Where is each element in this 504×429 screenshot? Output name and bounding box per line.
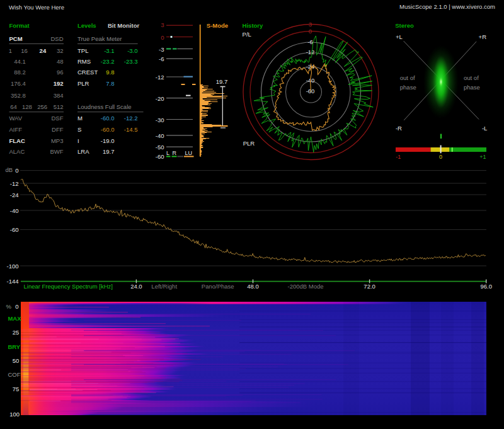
svg-text:192: 192 <box>54 80 64 87</box>
svg-text:DFF: DFF <box>52 126 64 133</box>
svg-text:75: 75 <box>13 386 20 392</box>
svg-text:25: 25 <box>13 329 20 336</box>
svg-text:1: 1 <box>9 47 12 54</box>
svg-text:PCM: PCM <box>9 35 23 42</box>
svg-text:-60: -60 <box>156 153 164 160</box>
svg-text:-144: -144 <box>6 278 18 285</box>
svg-text:0: 0 <box>15 303 18 310</box>
svg-text:phase: phase <box>400 84 416 91</box>
svg-text:44.1: 44.1 <box>14 58 26 65</box>
svg-text:3: 3 <box>309 21 312 28</box>
svg-text:72.0: 72.0 <box>364 283 375 290</box>
svg-text:48.0: 48.0 <box>247 283 259 290</box>
svg-text:-23.3: -23.3 <box>124 58 138 65</box>
svg-text:64: 64 <box>10 103 17 110</box>
svg-text:-12: -12 <box>306 49 315 55</box>
svg-text:DSD: DSD <box>50 35 63 42</box>
svg-text:-20: -20 <box>156 95 164 102</box>
svg-text:-60: -60 <box>10 226 19 233</box>
svg-text:Format: Format <box>9 22 30 29</box>
svg-text:16: 16 <box>21 47 28 54</box>
svg-text:DSF: DSF <box>52 115 64 122</box>
svg-text:19.7: 19.7 <box>103 148 115 155</box>
svg-text:dB: dB <box>5 166 13 173</box>
svg-text:R: R <box>173 150 177 156</box>
svg-text:-60.0: -60.0 <box>101 126 115 133</box>
svg-text:+R: +R <box>479 33 487 40</box>
svg-text:LRA: LRA <box>77 148 89 155</box>
svg-text:-200dB Mode: -200dB Mode <box>287 283 323 290</box>
svg-text:Pano/Phase: Pano/Phase <box>202 283 234 290</box>
svg-text:BRY: BRY <box>8 343 20 350</box>
svg-text:ALAC: ALAC <box>9 148 25 155</box>
svg-text:352.8: 352.8 <box>11 92 26 99</box>
svg-text:COF: COF <box>8 371 20 378</box>
svg-text:FLAC: FLAC <box>9 137 25 144</box>
svg-text:-30: -30 <box>156 117 164 123</box>
svg-text:True Peak Meter: True Peak Meter <box>77 35 122 42</box>
svg-text:24.0: 24.0 <box>130 283 142 290</box>
svg-text:-40: -40 <box>10 207 19 214</box>
svg-text:out of: out of <box>400 74 415 81</box>
svg-text:-L: -L <box>482 125 487 132</box>
svg-text:S: S <box>77 126 81 133</box>
svg-text:96: 96 <box>57 69 64 76</box>
svg-text:Bit Monitor: Bit Monitor <box>108 22 139 29</box>
svg-text:M: M <box>77 115 83 122</box>
svg-text:TPL: TPL <box>77 47 88 54</box>
svg-text:-3.1: -3.1 <box>104 47 114 54</box>
svg-text:Linear Frequency Spectrum [kHz: Linear Frequency Spectrum [kHz] <box>24 283 113 290</box>
svg-text:-14.5: -14.5 <box>124 126 138 133</box>
svg-text:AIFF: AIFF <box>9 126 23 133</box>
svg-text:I: I <box>77 137 79 144</box>
svg-text:128: 128 <box>22 103 32 110</box>
svg-text:BWF: BWF <box>50 148 63 155</box>
svg-text:0: 0 <box>439 154 442 160</box>
svg-text:Left/Right: Left/Right <box>151 283 177 290</box>
svg-text:-6: -6 <box>307 38 312 45</box>
svg-text:-100: -100 <box>6 263 18 270</box>
svg-text:0: 0 <box>161 34 164 41</box>
svg-text:WAV: WAV <box>9 115 23 122</box>
svg-text:Levels: Levels <box>77 22 96 29</box>
svg-text:MAX: MAX <box>8 315 21 322</box>
svg-text:176.4: 176.4 <box>11 80 26 87</box>
svg-text:Loudness Full Scale: Loudness Full Scale <box>77 103 132 110</box>
svg-text:9.8: 9.8 <box>106 69 114 76</box>
svg-text:512: 512 <box>54 103 64 110</box>
svg-text:88.2: 88.2 <box>14 69 26 76</box>
svg-text:-12: -12 <box>10 180 19 187</box>
svg-text:256: 256 <box>37 103 47 110</box>
svg-text:+1: +1 <box>479 154 486 160</box>
svg-text:L: L <box>166 150 169 156</box>
svg-text:7.8: 7.8 <box>106 80 114 87</box>
svg-text:out of: out of <box>464 74 479 81</box>
svg-text:Wish You Were Here: Wish You Were Here <box>9 4 64 11</box>
svg-text:LU: LU <box>185 150 193 156</box>
svg-text:RMS: RMS <box>77 58 91 65</box>
svg-text:384: 384 <box>54 92 64 99</box>
svg-text:-24: -24 <box>10 192 19 198</box>
svg-text:-50: -50 <box>156 144 164 151</box>
svg-text:-60.0: -60.0 <box>101 115 115 122</box>
svg-text:-40: -40 <box>156 132 164 139</box>
svg-text:19.7: 19.7 <box>216 78 228 85</box>
svg-text:24: 24 <box>40 47 47 54</box>
svg-text:32: 32 <box>57 47 64 54</box>
svg-text:P/L: P/L <box>243 31 251 38</box>
svg-text:PLR: PLR <box>243 140 255 147</box>
svg-text:S-Mode: S-Mode <box>207 22 228 29</box>
svg-text:0: 0 <box>309 28 312 35</box>
svg-text:50: 50 <box>13 357 20 364</box>
svg-text:-23.2: -23.2 <box>101 58 115 65</box>
svg-text:MP3: MP3 <box>51 137 64 144</box>
svg-text:%: % <box>6 303 12 310</box>
svg-text:3: 3 <box>161 21 164 28</box>
svg-text:-12.2: -12.2 <box>124 115 138 122</box>
svg-text:-3: -3 <box>159 46 164 53</box>
svg-text:phase: phase <box>464 84 480 91</box>
svg-text:-19.0: -19.0 <box>101 137 115 144</box>
svg-text:100: 100 <box>9 411 20 418</box>
svg-text:96.0: 96.0 <box>480 283 492 290</box>
svg-text:48: 48 <box>57 58 64 65</box>
